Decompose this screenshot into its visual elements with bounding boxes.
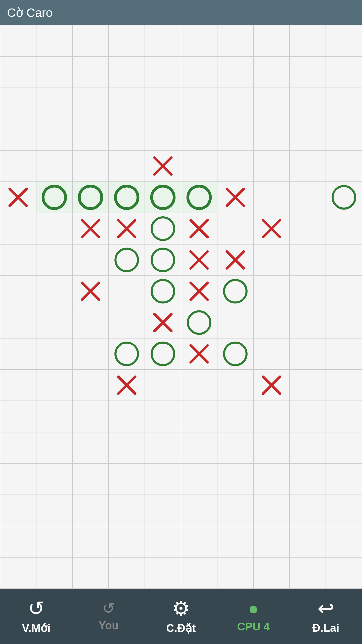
svg-point-66 [188,311,210,334]
you-label: You [99,619,119,632]
svg-point-71 [224,343,247,365]
svg-point-42 [333,186,355,209]
cpu-indicator: ● CPU 4 [228,600,279,633]
you-icon: ↺ [102,601,115,616]
cpu-icon: ● [248,600,259,617]
undo-button[interactable]: ↩ Đ.Lai [301,598,351,634]
new-game-icon: ↺ [28,598,45,619]
board-area[interactable] [0,25,362,589]
undo-icon: ↩ [318,598,334,619]
game-board[interactable] [0,25,362,589]
svg-point-68 [152,343,174,365]
svg-point-60 [152,280,174,303]
settings-icon: ⚙ [172,598,190,619]
app-title: Cờ Caro [7,6,53,20]
toolbar: ↺ V.Mới ↺ You ⚙ C.Đặt ● CPU 4 ↩ Đ.Lai [0,589,362,644]
undo-label: Đ.Lai [312,622,339,634]
svg-point-67 [115,343,138,365]
svg-point-63 [224,280,247,303]
settings-label: C.Đặt [166,622,196,634]
you-indicator: ↺ You [83,601,134,632]
svg-point-47 [152,217,174,240]
svg-point-53 [152,249,174,271]
title-bar: Cờ Caro [0,0,362,25]
settings-button[interactable]: ⚙ C.Đặt [156,598,206,634]
svg-point-52 [115,249,138,271]
new-game-label: V.Mới [22,622,50,634]
cpu-label: CPU 4 [237,620,270,633]
new-game-button[interactable]: ↺ V.Mới [11,598,61,634]
